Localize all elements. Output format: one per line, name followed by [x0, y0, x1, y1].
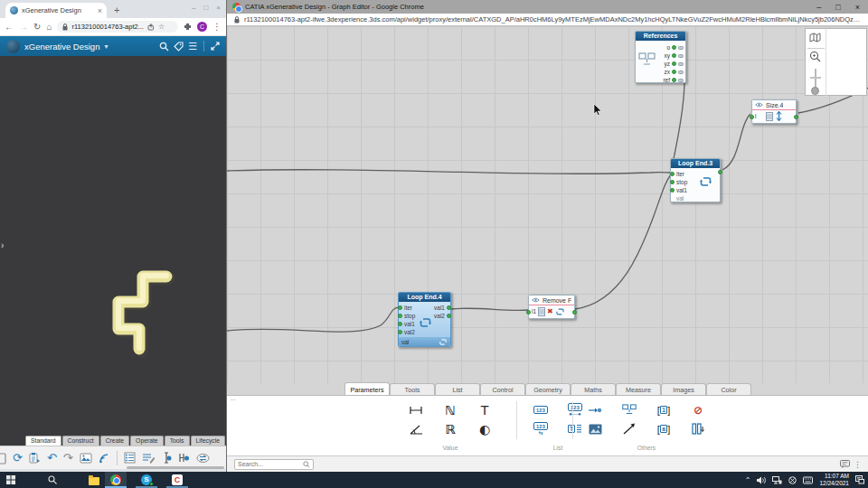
- ribbon-tab-lifecycle[interactable]: Lifecycle: [191, 436, 225, 446]
- home-icon[interactable]: ⌂: [46, 23, 52, 32]
- input-port[interactable]: [670, 188, 675, 192]
- length-icon[interactable]: [401, 400, 431, 419]
- output-port[interactable]: [672, 61, 676, 66]
- variable-icon[interactable]: [a]: [648, 419, 679, 438]
- collapse-chevron-icon[interactable]: ˉˉ: [231, 398, 235, 406]
- graph-canvas[interactable]: References o xy yz zx ref: [227, 26, 868, 383]
- merge-node-icon[interactable]: [178, 452, 190, 464]
- tab-images[interactable]: Images: [661, 383, 706, 395]
- file-explorer-button[interactable]: [83, 472, 105, 488]
- expand-icon[interactable]: [211, 42, 220, 51]
- output-port[interactable]: [447, 314, 451, 318]
- options-kebab-icon[interactable]: ⋮: [854, 460, 862, 469]
- c-app-taskbar-button[interactable]: C: [166, 472, 188, 488]
- node-size4[interactable]: Size.4 l: [751, 99, 797, 124]
- taskbar-clock[interactable]: 11:07 AM 12/24/2021: [819, 473, 849, 487]
- search-box[interactable]: [234, 459, 314, 470]
- extract-icon[interactable]: [683, 419, 713, 438]
- input-port[interactable]: [670, 180, 675, 184]
- profile-avatar[interactable]: C: [197, 22, 207, 32]
- snapshot-icon[interactable]: [80, 453, 92, 464]
- output-port[interactable]: [718, 170, 722, 174]
- point-icon[interactable]: [580, 400, 610, 419]
- input-port[interactable]: [526, 310, 531, 314]
- chrome-taskbar-button[interactable]: [105, 472, 127, 488]
- ribbon-tab-construct[interactable]: Construct: [62, 436, 99, 446]
- minimize-icon[interactable]: –: [816, 3, 821, 12]
- tag-icon[interactable]: [174, 42, 184, 52]
- address-bar[interactable]: r1132100014763-apt2... ☆: [57, 21, 178, 33]
- forward-icon[interactable]: →: [19, 23, 28, 32]
- viewport-3d[interactable]: ›: [0, 56, 226, 434]
- tray-expand-chevron-icon[interactable]: ⌃: [745, 476, 751, 484]
- paste-special-icon[interactable]: [29, 452, 41, 464]
- axis-system-icon[interactable]: [614, 400, 645, 419]
- address-bar[interactable]: r1132100014763-apt2-ifwe.3dexperience.3d…: [227, 14, 868, 26]
- output-port[interactable]: [794, 115, 798, 119]
- tab-tools[interactable]: Tools: [390, 383, 435, 395]
- input-port[interactable]: [750, 115, 754, 119]
- output-port[interactable]: [672, 53, 676, 58]
- publish-icon[interactable]: [99, 453, 110, 464]
- output-port[interactable]: [672, 78, 676, 82]
- ribbon-tab-tools[interactable]: Tools: [165, 436, 190, 446]
- eye-icon[interactable]: [755, 102, 763, 108]
- undo-icon[interactable]: ↶: [47, 452, 57, 464]
- tab-parameters[interactable]: Parameters: [344, 382, 390, 395]
- taskbar-search-button[interactable]: [42, 472, 63, 488]
- range-icon[interactable]: 123⇆: [525, 419, 556, 438]
- null-icon[interactable]: ⊘: [683, 400, 713, 419]
- list-of-numbers-icon[interactable]: 123: [525, 400, 556, 419]
- network-icon[interactable]: [772, 476, 782, 484]
- output-port[interactable]: [447, 305, 451, 310]
- maximize-icon[interactable]: □: [835, 3, 840, 12]
- panel-expand-chevron-icon[interactable]: ›: [1, 240, 4, 250]
- tab-geometry[interactable]: Geometry: [525, 383, 571, 395]
- hamburger-menu-icon[interactable]: ☰: [188, 42, 197, 51]
- node-remove[interactable]: Remove F l1 ✖: [528, 295, 575, 319]
- node-references[interactable]: References o xy yz zx ref: [635, 31, 686, 83]
- tab-control[interactable]: Control: [480, 383, 525, 395]
- browser-menu-icon[interactable]: ⋮: [212, 23, 222, 32]
- angle-icon[interactable]: [401, 419, 431, 438]
- minimize-icon[interactable]: –: [192, 4, 195, 12]
- tab-list[interactable]: List: [435, 383, 480, 395]
- app-logo[interactable]: [6, 40, 20, 53]
- search-icon[interactable]: [303, 461, 310, 468]
- skype-taskbar-button[interactable]: S: [136, 472, 157, 488]
- node-loop-end-3[interactable]: Loop End.3 iter stop val1 val: [670, 158, 721, 202]
- tab-color[interactable]: Color: [706, 383, 751, 395]
- ribbon-tab-standard[interactable]: Standard: [25, 436, 61, 446]
- natural-number-icon[interactable]: ℕ: [435, 400, 466, 419]
- extension-icon[interactable]: [184, 23, 192, 31]
- eye-icon[interactable]: [532, 297, 540, 303]
- direction-icon[interactable]: [614, 419, 645, 438]
- search-icon[interactable]: [159, 42, 169, 52]
- output-port[interactable]: [672, 45, 676, 50]
- tab-close-icon[interactable]: ×: [98, 6, 102, 15]
- text-icon[interactable]: T: [469, 400, 500, 419]
- tab-measure[interactable]: Measure: [616, 383, 661, 395]
- zoom-icon[interactable]: [809, 51, 821, 62]
- search-input[interactable]: [238, 461, 301, 467]
- close-icon[interactable]: ×: [216, 4, 221, 12]
- start-button[interactable]: [0, 472, 22, 488]
- tab-maths[interactable]: Maths: [571, 383, 616, 395]
- zoom-slider-handle[interactable]: [811, 87, 819, 95]
- edit-list-icon[interactable]: [142, 452, 155, 464]
- map-icon[interactable]: [809, 33, 821, 42]
- input-port[interactable]: [670, 172, 675, 176]
- input-port[interactable]: [398, 330, 402, 334]
- reload-icon[interactable]: ↻: [33, 23, 41, 32]
- sync-icon[interactable]: ⟳: [13, 452, 23, 464]
- list-view-icon[interactable]: [124, 452, 136, 464]
- back-icon[interactable]: ←: [5, 23, 14, 32]
- touch-keyboard-icon[interactable]: [803, 476, 813, 484]
- output-port[interactable]: [672, 70, 676, 74]
- ribbon-tab-operate[interactable]: Operate: [130, 436, 164, 446]
- exchange-icon[interactable]: [196, 453, 210, 464]
- input-port[interactable]: [398, 305, 402, 310]
- action-center-icon[interactable]: [855, 475, 864, 484]
- real-number-icon[interactable]: ℝ: [435, 419, 466, 438]
- new-tab-button[interactable]: +: [114, 5, 119, 15]
